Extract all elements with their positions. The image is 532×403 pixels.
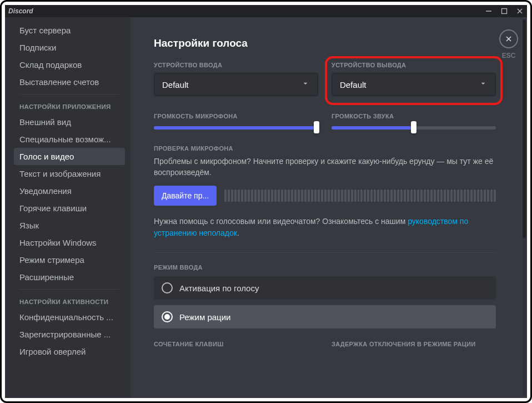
settings-sidebar: Буст сервера Подписки Склад подарков Выс… (5, 17, 131, 398)
svg-rect-1 (502, 9, 507, 14)
mic-test-description: Проблемы с микрофоном? Начните проверку … (154, 156, 496, 178)
radio-label: Активация по голосу (179, 283, 259, 293)
mic-vu-meter (224, 190, 496, 202)
titlebar: Discord (5, 5, 527, 17)
sidebar-item-language[interactable]: Язык (14, 217, 125, 234)
input-mode-voice-activity[interactable]: Активация по голосу (154, 276, 496, 300)
input-volume-label: ГРОМКОСТЬ МИКРОФОНА (154, 113, 318, 120)
sidebar-divider (19, 289, 119, 290)
minimize-button[interactable] (485, 7, 493, 15)
sidebar-item[interactable]: Склад подарков (14, 56, 125, 73)
output-device-highlight: УСТРОЙСТВО ВЫВОДА Default (325, 56, 503, 105)
content-scrollbar[interactable] (523, 19, 526, 396)
output-device-value: Default (340, 80, 367, 89)
close-settings-button[interactable] (499, 29, 518, 48)
radio-icon (162, 311, 173, 322)
radio-icon (162, 282, 173, 293)
esc-label: ESC (502, 52, 516, 59)
mic-test-button[interactable]: Давайте пр... (154, 186, 217, 206)
sidebar-item-appearance[interactable]: Внешний вид (14, 113, 125, 131)
help-text: Нужна помощь с голосовым или видеочатом?… (154, 216, 496, 239)
sidebar-item-streamer[interactable]: Режим стримера (14, 251, 125, 268)
sidebar-header-app: НАСТРОЙКИ ПРИЛОЖЕНИЯ (14, 98, 125, 113)
sidebar-item-registered[interactable]: Зарегистрированные ... (14, 326, 125, 343)
chevron-down-icon (301, 79, 310, 90)
close-window-button[interactable] (516, 7, 524, 15)
sidebar-item[interactable]: Выставление счетов (14, 73, 125, 91)
sidebar-item-overlay[interactable]: Игровой оверлей (14, 343, 125, 360)
input-volume-slider[interactable] (154, 125, 318, 131)
output-device-label: УСТРОЙСТВО ВЫВОДА (332, 62, 496, 68)
mic-test-label: ПРОВЕРКА МИКРОФОНА (154, 145, 496, 152)
input-device-label: УСТРОЙСТВО ВВОДА (154, 62, 318, 68)
page-title: Настройки голоса (154, 37, 496, 49)
sidebar-item-advanced[interactable]: Расширенные (14, 268, 125, 286)
help-prefix: Нужна помощь с голосовым или видеочатом?… (154, 217, 408, 226)
radio-label: Режим рации (179, 312, 230, 322)
sidebar-item-privacy[interactable]: Конфиденциальность ... (14, 309, 125, 326)
sidebar-item[interactable]: Подписки (14, 39, 125, 56)
input-mode-push-to-talk[interactable]: Режим рации (154, 305, 496, 329)
output-volume-slider[interactable] (332, 125, 496, 131)
settings-content: Настройки голоса УСТРОЙСТВО ВВОДА Defaul… (131, 17, 527, 398)
sidebar-item-keybinds[interactable]: Горячие клавиши (14, 200, 125, 217)
input-device-value: Default (162, 80, 189, 89)
chevron-down-icon (479, 79, 488, 90)
sidebar-item-text-images[interactable]: Текст и изображения (14, 165, 125, 182)
output-volume-label: ГРОМКОСТЬ ЗВУКА (332, 113, 496, 120)
sidebar-item-notifications[interactable]: Уведомления (14, 182, 125, 200)
sidebar-header-activity: НАСТРОЙКИ АКТИВНОСТИ (14, 293, 125, 309)
input-mode-label: РЕЖИМ ВВОДА (154, 264, 496, 271)
output-device-dropdown[interactable]: Default (332, 73, 496, 96)
input-device-dropdown[interactable]: Default (154, 73, 318, 96)
sidebar-item-voice-video[interactable]: Голос и видео (14, 148, 125, 165)
sidebar-divider (19, 94, 119, 94)
sidebar-item[interactable]: Буст сервера (14, 22, 125, 39)
window-controls (485, 7, 524, 15)
maximize-button[interactable] (500, 7, 508, 15)
ptt-delay-label: ЗАДЕРЖКА ОТКЛЮЧЕНИЯ В РЕЖИМЕ РАЦИИ (332, 341, 496, 347)
section-divider (154, 252, 496, 253)
sidebar-item-windows[interactable]: Настройки Windows (14, 234, 125, 251)
shortcut-label: СОЧЕТАНИЕ КЛАВИШ (154, 341, 318, 347)
app-title: Discord (8, 7, 33, 15)
sidebar-item-accessibility[interactable]: Специальные возмож... (14, 131, 125, 148)
